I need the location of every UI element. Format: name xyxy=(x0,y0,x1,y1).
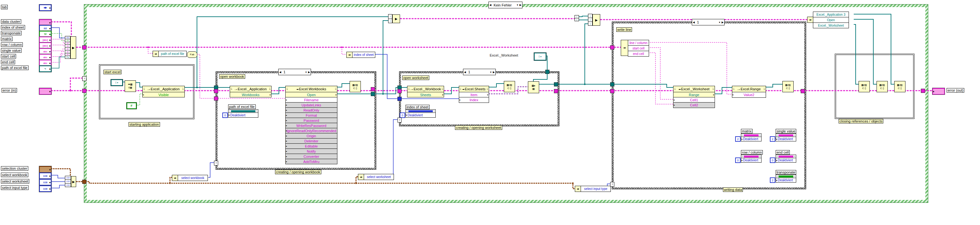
label-select-input-type[interactable]: select input type xyxy=(1,185,29,190)
param-delimiter[interactable]: Delimiter xyxy=(286,138,337,144)
wire-endc-term[interactable] xyxy=(51,54,65,62)
wire-ref[interactable] xyxy=(488,84,504,87)
note-start-excel[interactable]: start excel xyxy=(103,70,121,74)
tunnel-error[interactable] xyxy=(371,87,375,91)
unbundle-select-input-type[interactable]: select input type xyxy=(581,186,611,192)
wire-data-cluster-in[interactable] xyxy=(51,22,71,36)
close-reference-icon[interactable]: ▩/▨ C ▯ xyxy=(859,81,870,92)
disable-property-row[interactable]: Deaktiviert xyxy=(741,158,762,163)
terminal-transponate[interactable]: TF xyxy=(39,31,51,37)
disable-property-row[interactable]: Deaktiviert xyxy=(741,137,762,141)
invoke-node-worksheet-range[interactable]: ▯ ?!➡Excel._Worksheet▯ ?! Range Cell1 Ce… xyxy=(673,86,715,108)
case-dropdown-icon[interactable]: ▼ xyxy=(305,71,307,73)
terminal-index-of-sheet[interactable]: I32 xyxy=(39,25,51,32)
param-editable[interactable]: Editable xyxy=(286,144,337,148)
label-transponate[interactable]: transponate xyxy=(1,31,22,35)
wire-selection[interactable] xyxy=(76,182,575,189)
note-open-worksheet[interactable]: open worksheet xyxy=(402,75,429,80)
case-dropdown-icon[interactable]: ▼ xyxy=(490,71,492,73)
label-disable-index[interactable]: index of sheet xyxy=(406,105,430,109)
property-workbooks[interactable]: Workbooks xyxy=(230,92,271,97)
case-dropdown-icon[interactable]: ▼ xyxy=(719,21,721,24)
label-selection-cluster[interactable]: selection cluster xyxy=(1,166,28,171)
property-sheets[interactable]: Sheets xyxy=(407,92,444,97)
wire-sel-workbook[interactable] xyxy=(208,163,214,177)
tunnel-error[interactable] xyxy=(610,89,614,93)
unbundle-select-workbook[interactable]: select workbook xyxy=(178,175,208,181)
tunnel-error-out[interactable] xyxy=(921,89,925,93)
close-reference-icon[interactable]: ▩/▨ C ▯ xyxy=(894,81,905,92)
close-reference-icon[interactable]: ▩/▨ C ▯ xyxy=(783,81,794,92)
label-error-out[interactable]: error (out) xyxy=(947,88,964,93)
selector-terminal-workbook[interactable]: ? xyxy=(214,161,218,166)
note-open-workbook[interactable]: open workbook xyxy=(219,74,245,79)
terminal-path[interactable]: ∿ xyxy=(39,65,51,72)
wire-startc-term[interactable] xyxy=(51,51,65,57)
note-write-line[interactable]: write line xyxy=(616,27,632,32)
param-converter[interactable]: Converter xyxy=(286,154,337,159)
case-next-icon[interactable]: ▶ xyxy=(308,71,310,73)
invoke-range[interactable]: Range xyxy=(673,92,714,97)
param-readonly[interactable]: ReadOnly xyxy=(286,107,337,113)
unbundle-close-refs[interactable]: Excel._Application 3 Open Excel._Workshe… xyxy=(813,11,848,28)
tunnel-error[interactable] xyxy=(801,89,805,93)
unbundle-refs[interactable]: ▯ ▯ xyxy=(574,16,579,21)
numeric-constant[interactable]: 2 xyxy=(735,136,741,142)
free-label-excel-worksheet[interactable]: Excel._Worksheet xyxy=(490,53,518,57)
wire-rowcol-term[interactable] xyxy=(51,45,65,46)
wire-worksheet-ref-up[interactable] xyxy=(585,24,588,84)
numeric-constant[interactable]: 0 xyxy=(222,113,228,118)
terminal-select-worksheet[interactable]: U16 xyxy=(39,179,51,185)
wire-ref[interactable] xyxy=(765,84,783,87)
invoke-index[interactable]: Index xyxy=(459,97,489,102)
numeric-constant[interactable]: 2 xyxy=(770,136,775,142)
bundle-selection[interactable]: U16 U16 U16 ▶ xyxy=(65,176,76,187)
invoke-method-open[interactable]: Open xyxy=(286,92,337,97)
property-value2[interactable]: Value2 xyxy=(732,92,766,97)
tunnel-ref[interactable] xyxy=(554,82,558,86)
boolean-false-constant[interactable]: F xyxy=(127,102,137,109)
terminal-single-value[interactable]: abc xyxy=(39,48,51,55)
tunnel-ref[interactable] xyxy=(610,82,614,86)
label-path-of-excel-file[interactable]: path of excel file xyxy=(1,65,29,70)
invoke-node-sheets-item[interactable]: ▯ ?!➡Excel.Sheets▯ ?! Item Index xyxy=(459,86,489,103)
property-node-excel-workbook-sheets[interactable]: ▯ ?!–<Excel._Workbook▯ ?! Sheets xyxy=(407,86,444,97)
bundle-data-cluster[interactable]: I32 TF [a] [a] ab ab ab Pa ▶ xyxy=(65,36,76,59)
param-ignorereadonly[interactable]: IgnoreReadOnlyRecommended xyxy=(286,128,337,133)
unbundle-path-of-excel-file[interactable]: path of excel file xyxy=(158,51,187,57)
bundle-refs-2[interactable]: ▯ ▯ ▯ ▶ xyxy=(588,14,600,26)
wire-bool[interactable] xyxy=(51,34,65,41)
tunnel-error[interactable] xyxy=(398,89,402,93)
label-start-cell[interactable]: start cell xyxy=(1,54,16,59)
case-selector-worksheet[interactable]: ◀ 1 ▼ ▶ xyxy=(463,69,496,75)
caption-closing-references[interactable]: closing references / objects xyxy=(838,119,883,123)
tunnel-error-in[interactable] xyxy=(82,89,86,93)
unbundle-start-cell[interactable]: start cell xyxy=(628,45,649,51)
tunnel-data-cluster[interactable] xyxy=(82,45,86,49)
case-selector-main[interactable]: ◀ Kein Fehler ▼ ▶ xyxy=(488,2,522,8)
case-selector-writing[interactable]: ◀ 1 ▼ ▶ xyxy=(692,19,725,26)
label-disable-path[interactable]: path of excel file xyxy=(228,104,256,109)
case-prev-icon[interactable]: ◀ xyxy=(489,3,491,6)
param-origin[interactable]: Origin xyxy=(286,133,337,138)
terminal-select-input-type[interactable]: U16 xyxy=(39,185,51,192)
terminal-selection-cluster[interactable] xyxy=(39,166,51,172)
case-prev-icon[interactable]: ◀ xyxy=(693,21,695,24)
wire-ref[interactable] xyxy=(337,84,350,87)
label-data-cluster[interactable]: data cluster xyxy=(1,19,21,24)
case-next-icon[interactable]: ▶ xyxy=(722,21,724,24)
wire-ref[interactable] xyxy=(579,16,588,17)
wire-error-selector[interactable] xyxy=(70,78,83,91)
invoke-cell1[interactable]: Cell1 xyxy=(673,97,714,102)
wire-i32[interactable] xyxy=(51,28,65,38)
automation-refnum-constant[interactable]: ▯ ▸ xyxy=(111,80,123,86)
terminal-data-cluster[interactable] xyxy=(39,19,51,26)
wire-close-open[interactable] xyxy=(854,19,877,84)
disable-property-row[interactable]: Deaktiviert xyxy=(228,113,258,118)
param-updatelinks[interactable]: UpdateLinks xyxy=(286,102,337,107)
unbundle-ref-worksheet[interactable]: Excel._Worksheet xyxy=(813,22,849,28)
wire-close-app[interactable] xyxy=(854,14,894,84)
selector-terminal-worksheet[interactable]: ? xyxy=(398,118,402,123)
param-addtomru[interactable]: AddToMru xyxy=(286,159,337,164)
numeric-constant[interactable]: 0 xyxy=(400,113,405,118)
